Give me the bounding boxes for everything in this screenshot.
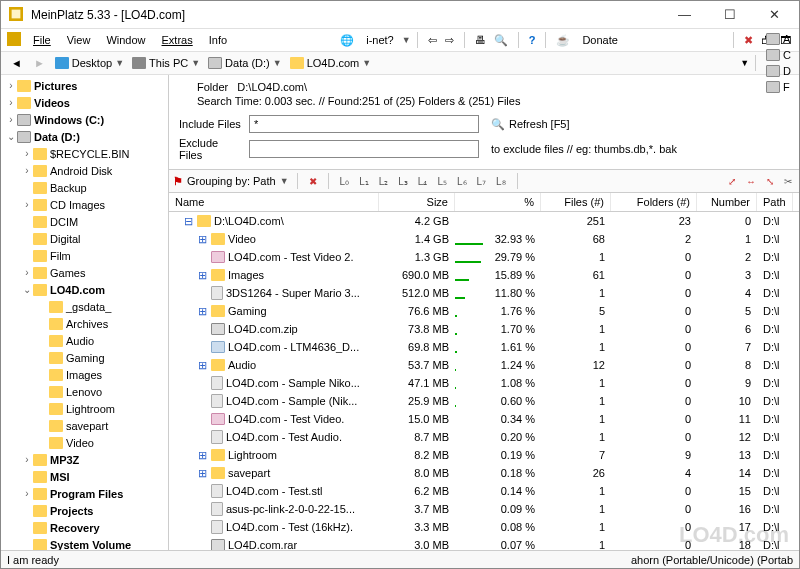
- tree-item[interactable]: ›Windows (C:): [1, 111, 168, 128]
- folder-tree[interactable]: ›Pictures›Videos›Windows (C:)⌄Data (D:)›…: [1, 75, 169, 550]
- tree-toggle-icon[interactable]: ›: [5, 114, 17, 125]
- horizontal-icon[interactable]: ↔: [743, 174, 759, 189]
- level-0-icon[interactable]: L₀: [337, 174, 353, 189]
- menu-donate[interactable]: Donate: [574, 32, 625, 48]
- tree-item[interactable]: ⌄Data (D:): [1, 128, 168, 145]
- tree-item[interactable]: ›MP3Z: [1, 451, 168, 468]
- tree-item[interactable]: Audio: [1, 332, 168, 349]
- tree-item[interactable]: ›CD Images: [1, 196, 168, 213]
- tree-item[interactable]: Images: [1, 366, 168, 383]
- tree-toggle-icon[interactable]: ⌄: [5, 131, 17, 142]
- table-row[interactable]: LO4D.com.zip73.8 MB1.70 %106D:\l: [169, 320, 799, 338]
- help-icon[interactable]: ?: [525, 32, 540, 48]
- col-header-path[interactable]: Path: [757, 193, 793, 211]
- close-button[interactable]: ✕: [752, 1, 797, 29]
- table-row[interactable]: 3DS1264 - Super Mario 3...512.0 MB11.80 …: [169, 284, 799, 302]
- table-row[interactable]: ⊞Video1.4 GB32.93 %6821D:\l: [169, 230, 799, 248]
- refresh-label[interactable]: Refresh [F5]: [509, 118, 570, 130]
- tree-toggle-icon[interactable]: ⌄: [21, 284, 33, 295]
- tree-item[interactable]: ›Program Files: [1, 485, 168, 502]
- cut-icon[interactable]: ✂: [781, 174, 795, 189]
- collapse-icon[interactable]: ⤡: [763, 174, 777, 189]
- grouping-dropdown-icon[interactable]: ▼: [280, 176, 289, 186]
- toolbar-back-icon[interactable]: ⇦: [424, 32, 441, 49]
- level-4-icon[interactable]: L₄: [415, 174, 431, 189]
- expand-icon[interactable]: ⊞: [196, 233, 208, 246]
- menu-window[interactable]: Window: [98, 32, 153, 48]
- results-table[interactable]: Name Size % Files (#) Folders (#) Number…: [169, 193, 799, 550]
- menu-info[interactable]: Info: [201, 32, 235, 48]
- globe-icon[interactable]: 🌐: [340, 34, 354, 47]
- tree-item[interactable]: Lightroom: [1, 400, 168, 417]
- level-2-icon[interactable]: L₂: [376, 174, 392, 189]
- expand-icon[interactable]: ⊞: [196, 449, 208, 462]
- table-row[interactable]: ⊟D:\LO4D.com\4.2 GB251230D:\l: [169, 212, 799, 230]
- print-icon[interactable]: 🖶: [471, 32, 490, 48]
- table-row[interactable]: ⊞savepart8.0 MB0.18 %26414D:\l: [169, 464, 799, 482]
- tree-toggle-icon[interactable]: ›: [21, 148, 33, 159]
- tree-item[interactable]: ›Pictures: [1, 77, 168, 94]
- col-header-files[interactable]: Files (#): [541, 193, 611, 211]
- toolbar-forward-icon[interactable]: ⇨: [441, 32, 458, 49]
- menu-extras[interactable]: Extras: [154, 32, 201, 48]
- minimize-button[interactable]: —: [662, 1, 707, 29]
- tree-item[interactable]: Digital: [1, 230, 168, 247]
- tree-item[interactable]: ⌄LO4D.com: [1, 281, 168, 298]
- preview-icon[interactable]: 🔍: [490, 32, 512, 49]
- breadcrumb-drive[interactable]: Data (D:)▼: [204, 55, 286, 71]
- dropdown-arrow-icon[interactable]: ▼: [402, 35, 411, 45]
- menu-inet[interactable]: i-net?: [358, 32, 402, 48]
- level-5-icon[interactable]: L₅: [434, 174, 450, 189]
- table-row[interactable]: ⊞Audio53.7 MB1.24 %1208D:\l: [169, 356, 799, 374]
- tree-item[interactable]: ›$RECYCLE.BIN: [1, 145, 168, 162]
- tree-item[interactable]: Archives: [1, 315, 168, 332]
- nav-back-icon[interactable]: ◄: [5, 55, 28, 71]
- col-header-name[interactable]: Name: [169, 193, 379, 211]
- tree-item[interactable]: Gaming: [1, 349, 168, 366]
- tree-item[interactable]: ›Videos: [1, 94, 168, 111]
- expand-icon[interactable]: ⤢: [725, 174, 739, 189]
- tree-item[interactable]: ›Android Disk: [1, 162, 168, 179]
- level-7-icon[interactable]: L₇: [474, 174, 490, 189]
- breadcrumb-desktop[interactable]: Desktop▼: [51, 55, 128, 71]
- tree-item[interactable]: ›Games: [1, 264, 168, 281]
- tree-toggle-icon[interactable]: ›: [5, 80, 17, 91]
- tree-item[interactable]: Recovery: [1, 519, 168, 536]
- expand-icon[interactable]: ⊞: [196, 269, 208, 282]
- col-header-pct[interactable]: %: [455, 193, 541, 211]
- tree-toggle-icon[interactable]: ›: [5, 97, 17, 108]
- breadcrumb-more-icon[interactable]: ▼: [740, 58, 749, 68]
- donate-icon[interactable]: ☕: [552, 32, 574, 49]
- clear-grouping-icon[interactable]: ✖: [306, 174, 320, 189]
- table-row[interactable]: ⊞Images690.0 MB15.89 %6103D:\l: [169, 266, 799, 284]
- collapse-icon[interactable]: ⊟: [182, 215, 194, 228]
- tree-item[interactable]: Lenovo: [1, 383, 168, 400]
- table-row[interactable]: asus-pc-link-2-0-0-22-15...3.7 MB0.09 %1…: [169, 500, 799, 518]
- tree-item[interactable]: _gsdata_: [1, 298, 168, 315]
- tree-item[interactable]: savepart: [1, 417, 168, 434]
- exclude-input[interactable]: [249, 140, 479, 158]
- tree-item[interactable]: System Volume: [1, 536, 168, 550]
- tree-toggle-icon[interactable]: ›: [21, 267, 33, 278]
- tree-toggle-icon[interactable]: ›: [21, 165, 33, 176]
- tree-item[interactable]: Film: [1, 247, 168, 264]
- col-header-size[interactable]: Size: [379, 193, 455, 211]
- tree-item[interactable]: DCIM: [1, 213, 168, 230]
- table-row[interactable]: LO4D.com - Test Audio.8.7 MB0.20 %1012D:…: [169, 428, 799, 446]
- expand-icon[interactable]: ⊞: [196, 467, 208, 480]
- include-input[interactable]: [249, 115, 479, 133]
- table-row[interactable]: LO4D.com - Test.stl6.2 MB0.14 %1015D:\l: [169, 482, 799, 500]
- tree-item[interactable]: Projects: [1, 502, 168, 519]
- tree-item[interactable]: Video: [1, 434, 168, 451]
- drive-button-c[interactable]: C: [762, 47, 795, 63]
- table-row[interactable]: LO4D.com - Sample Niko...47.1 MB1.08 %10…: [169, 374, 799, 392]
- table-row[interactable]: LO4D.com - LTM4636_D...69.8 MB1.61 %107D…: [169, 338, 799, 356]
- refresh-icon[interactable]: 🔍: [491, 118, 505, 131]
- tree-toggle-icon[interactable]: ›: [21, 199, 33, 210]
- expand-icon[interactable]: ⊞: [196, 359, 208, 372]
- table-row[interactable]: LO4D.com - Test Video.15.0 MB0.34 %1011D…: [169, 410, 799, 428]
- tree-toggle-icon[interactable]: ›: [21, 488, 33, 499]
- table-row[interactable]: LO4D.com - Test Video 2.1.3 GB29.79 %102…: [169, 248, 799, 266]
- level-8-icon[interactable]: L₈: [493, 174, 509, 189]
- table-row[interactable]: ⊞Gaming76.6 MB1.76 %505D:\l: [169, 302, 799, 320]
